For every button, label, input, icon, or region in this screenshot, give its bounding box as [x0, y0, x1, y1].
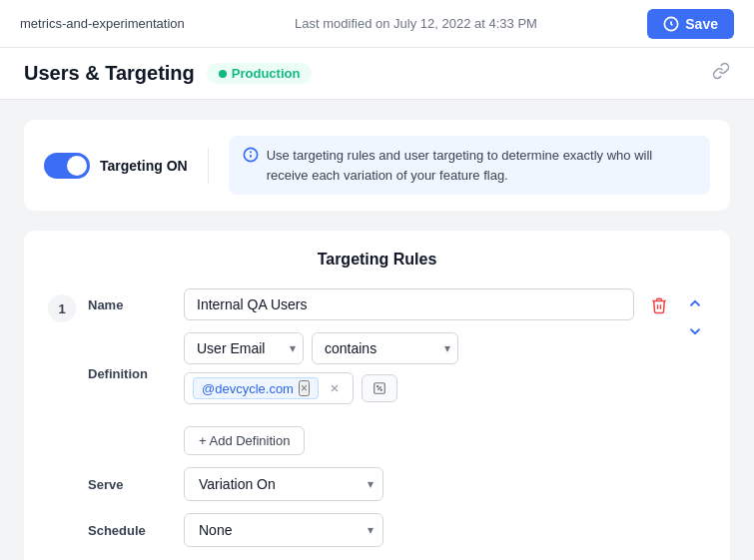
info-text-section: Use targeting rules and user targeting t…	[229, 136, 710, 195]
reorder-buttons	[684, 292, 706, 342]
condition-select[interactable]: contains does not contain equals starts …	[312, 332, 458, 364]
definition-controls: User Email User ID Country Platform ▾ co…	[184, 332, 634, 404]
main-content: ✓ Targeting ON Use targeting rules and u…	[0, 100, 754, 560]
tag-remove-button[interactable]: ×	[299, 380, 310, 396]
app-title: metrics-and-experimentation	[20, 16, 185, 31]
save-icon	[663, 16, 679, 32]
rules-title: Targeting Rules	[48, 251, 706, 269]
serve-label: Serve	[88, 477, 168, 492]
delete-rule-button[interactable]	[646, 292, 672, 323]
svg-point-8	[377, 386, 378, 387]
environment-badge: Production	[207, 63, 313, 84]
topbar: metrics-and-experimentation Last modifie…	[0, 0, 754, 48]
add-definition-row: + Add Definition	[184, 426, 634, 455]
name-label: Name	[88, 297, 168, 312]
regex-button[interactable]	[362, 374, 397, 402]
move-down-button[interactable]	[684, 320, 706, 342]
definition-type-wrapper: User Email User ID Country Platform ▾	[184, 332, 304, 364]
rule-name-input[interactable]	[184, 288, 634, 320]
clear-tags-button[interactable]	[325, 380, 345, 396]
serve-select[interactable]: Variation On Variation Off	[184, 467, 383, 501]
targeting-toggle[interactable]: ✓	[44, 153, 90, 179]
name-row: Name	[88, 288, 634, 320]
page-header-left: Users & Targeting Production	[24, 62, 312, 85]
share-link-icon[interactable]	[712, 62, 730, 85]
schedule-label: Schedule	[88, 523, 168, 538]
rules-card: Targeting Rules 1 Name Definition	[24, 231, 730, 560]
tag-input-area[interactable]: @devcycle.com ×	[184, 372, 354, 404]
schedule-select[interactable]: None Custom	[184, 513, 383, 547]
serve-select-wrapper: Variation On Variation Off ▾	[184, 467, 383, 501]
page-header: Users & Targeting Production	[0, 48, 754, 100]
schedule-row: Schedule None Custom ▾	[88, 513, 634, 547]
serve-row: Serve Variation On Variation Off ▾	[88, 467, 634, 501]
rule-number: 1	[48, 294, 76, 322]
definition-row: Definition User Email User ID Country Pl…	[88, 332, 634, 414]
info-divider	[208, 148, 209, 184]
targeting-info-card: ✓ Targeting ON Use targeting rules and u…	[24, 120, 730, 211]
chevron-up-icon	[686, 294, 704, 312]
info-text: Use targeting rules and user targeting t…	[267, 146, 696, 185]
page-title: Users & Targeting	[24, 62, 195, 85]
toggle-label: Targeting ON	[100, 158, 188, 174]
regex-icon	[373, 381, 386, 395]
rule-body: Name Definition User Email User ID Count…	[88, 288, 634, 559]
email-tag: @devcycle.com ×	[193, 377, 319, 399]
chevron-down-icon-5	[686, 322, 704, 340]
prod-dot	[219, 70, 227, 78]
tag-value: @devcycle.com	[202, 381, 294, 396]
svg-point-9	[380, 389, 381, 390]
last-modified: Last modified on July 12, 2022 at 4:33 P…	[295, 16, 537, 31]
condition-wrapper: contains does not contain equals starts …	[312, 332, 458, 364]
rule-1: 1 Name Definition User Email	[48, 288, 706, 559]
move-up-button[interactable]	[684, 292, 706, 314]
definition-type-select[interactable]: User Email User ID Country Platform	[184, 332, 304, 364]
schedule-select-wrapper: None Custom ▾	[184, 513, 383, 547]
definition-label: Definition	[88, 366, 168, 381]
toggle-section: ✓ Targeting ON	[44, 153, 188, 179]
add-definition-button[interactable]: + Add Definition	[184, 426, 305, 455]
trash-icon	[650, 296, 668, 314]
info-icon	[243, 147, 259, 167]
save-button[interactable]: Save	[647, 9, 734, 39]
